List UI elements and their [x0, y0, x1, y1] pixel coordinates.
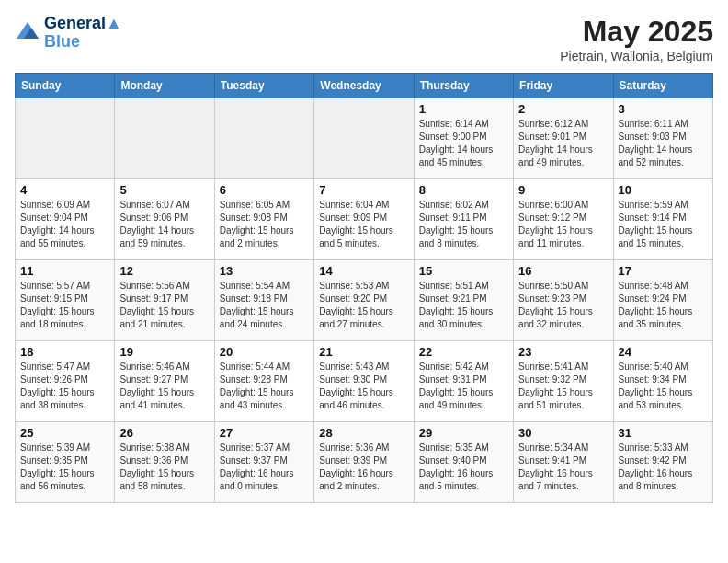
calendar-cell: 29Sunrise: 5:35 AMSunset: 9:40 PMDayligh…: [414, 422, 513, 503]
col-header-thursday: Thursday: [414, 74, 513, 98]
calendar-cell: 30Sunrise: 5:34 AMSunset: 9:41 PMDayligh…: [514, 422, 613, 503]
calendar-cell: 4Sunrise: 6:09 AMSunset: 9:04 PMDaylight…: [16, 179, 115, 260]
calendar-cell: 19Sunrise: 5:46 AMSunset: 9:27 PMDayligh…: [115, 341, 214, 422]
day-number: 28: [319, 426, 408, 440]
col-header-friday: Friday: [514, 74, 613, 98]
logo-text: General▲ Blue: [44, 15, 122, 52]
calendar-cell: 2Sunrise: 6:12 AMSunset: 9:01 PMDaylight…: [514, 98, 613, 179]
day-info: Sunrise: 6:11 AMSunset: 9:03 PMDaylight:…: [619, 118, 708, 169]
month-title: May 2025: [560, 15, 713, 49]
day-number: 31: [619, 426, 708, 440]
day-number: 26: [119, 426, 209, 440]
calendar-cell: 21Sunrise: 5:43 AMSunset: 9:30 PMDayligh…: [314, 341, 414, 422]
col-header-tuesday: Tuesday: [214, 74, 313, 98]
day-number: 12: [119, 264, 209, 278]
calendar-cell: 5Sunrise: 6:07 AMSunset: 9:06 PMDaylight…: [115, 179, 214, 260]
day-number: 16: [518, 264, 608, 278]
day-number: 22: [419, 345, 508, 359]
day-info: Sunrise: 5:51 AMSunset: 9:21 PMDaylight:…: [419, 280, 508, 331]
day-info: Sunrise: 6:04 AMSunset: 9:09 PMDaylight:…: [319, 199, 408, 250]
day-number: 20: [220, 345, 309, 359]
week-row-5: 25Sunrise: 5:39 AMSunset: 9:35 PMDayligh…: [16, 422, 713, 503]
day-info: Sunrise: 5:39 AMSunset: 9:35 PMDaylight:…: [20, 442, 109, 493]
calendar-cell: 26Sunrise: 5:38 AMSunset: 9:36 PMDayligh…: [115, 422, 214, 503]
day-info: Sunrise: 5:48 AMSunset: 9:24 PMDaylight:…: [619, 280, 708, 331]
day-number: 1: [419, 102, 508, 116]
day-info: Sunrise: 5:56 AMSunset: 9:17 PMDaylight:…: [119, 280, 209, 331]
day-number: 8: [419, 183, 508, 197]
day-info: Sunrise: 5:34 AMSunset: 9:41 PMDaylight:…: [518, 442, 608, 493]
calendar-cell: 3Sunrise: 6:11 AMSunset: 9:03 PMDaylight…: [613, 98, 712, 179]
day-number: 13: [220, 264, 309, 278]
day-info: Sunrise: 5:42 AMSunset: 9:31 PMDaylight:…: [419, 361, 508, 412]
day-info: Sunrise: 5:47 AMSunset: 9:26 PMDaylight:…: [20, 361, 109, 412]
day-info: Sunrise: 5:57 AMSunset: 9:15 PMDaylight:…: [20, 280, 109, 331]
day-info: Sunrise: 6:12 AMSunset: 9:01 PMDaylight:…: [518, 118, 608, 169]
subtitle: Pietrain, Wallonia, Belgium: [560, 49, 713, 63]
calendar-cell: 12Sunrise: 5:56 AMSunset: 9:17 PMDayligh…: [115, 260, 214, 341]
day-info: Sunrise: 6:00 AMSunset: 9:12 PMDaylight:…: [518, 199, 608, 250]
col-header-saturday: Saturday: [613, 74, 712, 98]
day-number: 19: [119, 345, 209, 359]
calendar-cell: 7Sunrise: 6:04 AMSunset: 9:09 PMDaylight…: [314, 179, 414, 260]
day-number: 14: [319, 264, 408, 278]
day-number: 11: [20, 264, 109, 278]
calendar-cell: 27Sunrise: 5:37 AMSunset: 9:37 PMDayligh…: [214, 422, 313, 503]
day-number: 15: [419, 264, 508, 278]
calendar-cell: 24Sunrise: 5:40 AMSunset: 9:34 PMDayligh…: [613, 341, 712, 422]
day-info: Sunrise: 6:07 AMSunset: 9:06 PMDaylight:…: [119, 199, 209, 250]
day-info: Sunrise: 5:41 AMSunset: 9:32 PMDaylight:…: [518, 361, 608, 412]
day-info: Sunrise: 5:33 AMSunset: 9:42 PMDaylight:…: [619, 442, 708, 493]
day-info: Sunrise: 6:02 AMSunset: 9:11 PMDaylight:…: [419, 199, 508, 250]
day-info: Sunrise: 5:35 AMSunset: 9:40 PMDaylight:…: [419, 442, 508, 493]
day-info: Sunrise: 5:54 AMSunset: 9:18 PMDaylight:…: [220, 280, 309, 331]
day-number: 30: [518, 426, 608, 440]
calendar-cell: 31Sunrise: 5:33 AMSunset: 9:42 PMDayligh…: [613, 422, 712, 503]
week-row-3: 11Sunrise: 5:57 AMSunset: 9:15 PMDayligh…: [16, 260, 713, 341]
day-number: 2: [518, 102, 608, 116]
calendar-cell: 1Sunrise: 6:14 AMSunset: 9:00 PMDaylight…: [414, 98, 513, 179]
day-info: Sunrise: 5:43 AMSunset: 9:30 PMDaylight:…: [319, 361, 408, 412]
day-number: 5: [119, 183, 209, 197]
day-info: Sunrise: 5:36 AMSunset: 9:39 PMDaylight:…: [319, 442, 408, 493]
day-info: Sunrise: 6:14 AMSunset: 9:00 PMDaylight:…: [419, 118, 508, 169]
day-number: 24: [619, 345, 708, 359]
day-number: 4: [20, 183, 109, 197]
calendar-cell: 23Sunrise: 5:41 AMSunset: 9:32 PMDayligh…: [514, 341, 613, 422]
col-header-sunday: Sunday: [16, 74, 115, 98]
calendar-cell: [314, 98, 414, 179]
col-header-monday: Monday: [115, 74, 214, 98]
calendar-cell: [16, 98, 115, 179]
day-number: 10: [619, 183, 708, 197]
calendar-cell: 25Sunrise: 5:39 AMSunset: 9:35 PMDayligh…: [16, 422, 115, 503]
day-number: 7: [319, 183, 408, 197]
day-info: Sunrise: 6:05 AMSunset: 9:08 PMDaylight:…: [220, 199, 309, 250]
calendar-cell: 14Sunrise: 5:53 AMSunset: 9:20 PMDayligh…: [314, 260, 414, 341]
day-number: 6: [220, 183, 309, 197]
calendar-cell: 22Sunrise: 5:42 AMSunset: 9:31 PMDayligh…: [414, 341, 513, 422]
calendar-cell: 6Sunrise: 6:05 AMSunset: 9:08 PMDaylight…: [214, 179, 313, 260]
day-info: Sunrise: 5:40 AMSunset: 9:34 PMDaylight:…: [619, 361, 708, 412]
week-row-2: 4Sunrise: 6:09 AMSunset: 9:04 PMDaylight…: [16, 179, 713, 260]
calendar-cell: 28Sunrise: 5:36 AMSunset: 9:39 PMDayligh…: [314, 422, 414, 503]
day-number: 9: [518, 183, 608, 197]
calendar-cell: 8Sunrise: 6:02 AMSunset: 9:11 PMDaylight…: [414, 179, 513, 260]
title-block: May 2025 Pietrain, Wallonia, Belgium: [560, 15, 713, 63]
calendar-cell: 20Sunrise: 5:44 AMSunset: 9:28 PMDayligh…: [214, 341, 313, 422]
day-number: 21: [319, 345, 408, 359]
logo: General▲ Blue: [15, 15, 122, 52]
calendar-cell: 9Sunrise: 6:00 AMSunset: 9:12 PMDaylight…: [514, 179, 613, 260]
calendar-cell: 10Sunrise: 5:59 AMSunset: 9:14 PMDayligh…: [613, 179, 712, 260]
calendar-cell: [115, 98, 214, 179]
week-row-1: 1Sunrise: 6:14 AMSunset: 9:00 PMDaylight…: [16, 98, 713, 179]
calendar-cell: 16Sunrise: 5:50 AMSunset: 9:23 PMDayligh…: [514, 260, 613, 341]
day-info: Sunrise: 5:46 AMSunset: 9:27 PMDaylight:…: [119, 361, 209, 412]
day-info: Sunrise: 5:59 AMSunset: 9:14 PMDaylight:…: [619, 199, 708, 250]
day-info: Sunrise: 5:37 AMSunset: 9:37 PMDaylight:…: [220, 442, 309, 493]
day-number: 23: [518, 345, 608, 359]
calendar-table: SundayMondayTuesdayWednesdayThursdayFrid…: [15, 73, 713, 503]
day-info: Sunrise: 5:50 AMSunset: 9:23 PMDaylight:…: [518, 280, 608, 331]
day-info: Sunrise: 5:44 AMSunset: 9:28 PMDaylight:…: [220, 361, 309, 412]
day-info: Sunrise: 5:38 AMSunset: 9:36 PMDaylight:…: [119, 442, 209, 493]
week-row-4: 18Sunrise: 5:47 AMSunset: 9:26 PMDayligh…: [16, 341, 713, 422]
